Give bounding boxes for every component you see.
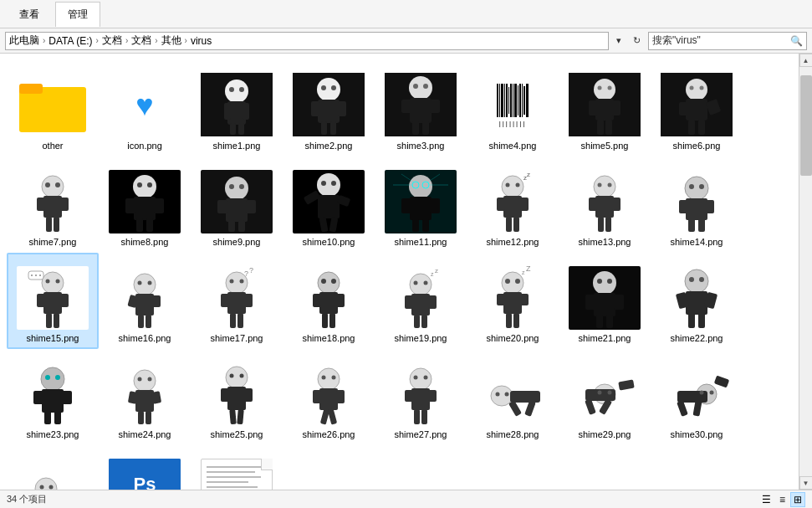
file-item-shime21[interactable]: shime21.png bbox=[559, 253, 651, 349]
file-item-virus-psd[interactable]: Ps PSD virus.psd bbox=[99, 445, 191, 490]
file-item-shime26[interactable]: shime26.png bbox=[283, 349, 375, 445]
svg-point-32 bbox=[598, 85, 602, 90]
file-item-shime18[interactable]: shime18.png bbox=[283, 253, 375, 349]
large-icon-view-btn[interactable]: ⊞ bbox=[790, 492, 805, 507]
svg-rect-223 bbox=[421, 409, 427, 424]
breadcrumb-sep-5: › bbox=[185, 36, 187, 45]
file-item-shime24[interactable]: shime24.png bbox=[99, 349, 191, 445]
tab-manage[interactable]: 管理 bbox=[55, 2, 100, 27]
file-thumb-shime28 bbox=[475, 361, 550, 428]
search-input[interactable] bbox=[652, 35, 790, 47]
breadcrumb-other[interactable]: 其他 bbox=[161, 33, 181, 48]
file-item-shime29[interactable]: shime29.png bbox=[559, 349, 651, 445]
svg-rect-213 bbox=[336, 390, 345, 403]
file-grid[interactable]: other ♥ icon.png bbox=[0, 54, 799, 490]
svg-rect-236 bbox=[618, 379, 634, 390]
file-item-shime16[interactable]: shime16.png bbox=[99, 253, 191, 349]
svg-rect-152 bbox=[405, 295, 413, 309]
svg-rect-75 bbox=[410, 197, 432, 220]
svg-rect-91 bbox=[513, 217, 519, 232]
breadcrumb-pc[interactable]: 此电脑 bbox=[9, 33, 39, 48]
file-item-shime28[interactable]: shime28.png bbox=[467, 349, 559, 445]
scrollbar-up-btn[interactable]: ▲ bbox=[799, 54, 813, 67]
file-item-shime27[interactable]: shime27.png bbox=[375, 349, 467, 445]
view-buttons: ☰ ≡ ⊞ bbox=[758, 492, 805, 507]
file-name-shime7: shime7.png bbox=[29, 237, 77, 248]
file-item-shime22[interactable]: shime22.png bbox=[651, 253, 743, 349]
breadcrumb-doc1[interactable]: 文档 bbox=[102, 33, 122, 48]
file-item-shime12[interactable]: z z shime12.png bbox=[467, 157, 559, 253]
breadcrumb-doc2[interactable]: 文档 bbox=[131, 33, 151, 48]
svg-rect-4 bbox=[224, 103, 231, 120]
svg-point-40 bbox=[690, 85, 694, 90]
file-item-shime8[interactable]: shime8.png bbox=[99, 157, 191, 253]
svg-point-208 bbox=[230, 373, 234, 377]
item-count: 34 个项目 bbox=[7, 493, 47, 505]
file-item-shime30[interactable]: shime30.png bbox=[651, 349, 743, 445]
svg-rect-128 bbox=[138, 315, 144, 328]
file-item-shime23[interactable]: shime23.png bbox=[7, 349, 99, 445]
svg-rect-207 bbox=[237, 409, 244, 425]
file-item-shime6[interactable]: shime6.png bbox=[651, 60, 743, 157]
scrollbar-down-btn[interactable]: ▼ bbox=[799, 476, 813, 490]
svg-rect-36 bbox=[706, 99, 722, 115]
svg-rect-45 bbox=[60, 198, 69, 211]
svg-rect-215 bbox=[328, 408, 337, 424]
search-box[interactable]: 🔍 bbox=[648, 32, 807, 50]
file-item-shime13[interactable]: shime13.png bbox=[559, 157, 651, 253]
file-item-shime3[interactable]: shime3.png bbox=[375, 60, 467, 157]
file-item-other[interactable]: other bbox=[7, 60, 99, 157]
file-item-shime11[interactable]: shime11.png bbox=[375, 157, 467, 253]
svg-rect-27 bbox=[595, 99, 614, 121]
svg-point-253 bbox=[49, 485, 54, 489]
file-item-shime10[interactable]: shime10.png bbox=[283, 157, 375, 253]
svg-rect-174 bbox=[596, 315, 603, 328]
breadcrumb-drive[interactable]: DATA (E:) bbox=[49, 35, 92, 47]
file-item-virus-txt[interactable]: virus.txt bbox=[191, 445, 283, 490]
file-item-shime14[interactable]: shime14.png bbox=[651, 157, 743, 253]
file-item-shime1[interactable]: shime1.png bbox=[191, 60, 283, 157]
svg-point-167 bbox=[515, 279, 520, 284]
breadcrumb-dropdown-btn[interactable]: ▾ bbox=[612, 33, 626, 49]
scrollbar-thumb[interactable] bbox=[800, 75, 812, 176]
svg-point-73 bbox=[331, 181, 336, 186]
file-thumb-shime13 bbox=[567, 168, 642, 235]
svg-rect-90 bbox=[506, 217, 512, 232]
scrollbar[interactable]: ▲ ▼ bbox=[799, 54, 812, 490]
refresh-btn[interactable]: ↻ bbox=[629, 33, 645, 49]
detail-view-btn[interactable]: ≡ bbox=[776, 492, 789, 507]
svg-point-156 bbox=[414, 280, 418, 285]
file-name-shime2: shime2.png bbox=[305, 141, 353, 151]
svg-point-56 bbox=[137, 182, 142, 187]
svg-point-9 bbox=[239, 87, 244, 92]
file-item-shime7[interactable]: shime7.png bbox=[7, 157, 99, 253]
svg-rect-30 bbox=[597, 120, 604, 135]
file-item-shime31[interactable]: shime31.png bbox=[7, 445, 99, 490]
file-item-shime2[interactable]: shime2.png bbox=[283, 60, 375, 157]
search-button[interactable]: 🔍 bbox=[790, 35, 803, 47]
svg-point-119 bbox=[56, 279, 60, 283]
svg-point-225 bbox=[424, 375, 428, 379]
tab-view[interactable]: 查看 bbox=[7, 2, 52, 27]
file-item-shime19[interactable]: z z shime19.png bbox=[375, 253, 467, 349]
file-item-shime4[interactable]: |||||||| shime4.png bbox=[467, 60, 559, 157]
scrollbar-track[interactable] bbox=[799, 67, 813, 476]
file-item-shime9[interactable]: shime9.png bbox=[191, 157, 283, 253]
file-thumb-shime4: |||||||| bbox=[475, 72, 550, 139]
svg-rect-47 bbox=[54, 217, 59, 232]
svg-rect-51 bbox=[134, 197, 156, 220]
file-item-shime15[interactable]: shime15.png bbox=[7, 253, 99, 349]
file-item-shime20[interactable]: z Z shime20.png bbox=[467, 253, 559, 349]
file-item-icon[interactable]: ♥ icon.png bbox=[99, 60, 191, 157]
svg-rect-54 bbox=[136, 218, 143, 232]
svg-rect-173 bbox=[614, 295, 624, 310]
breadcrumb-current: virus bbox=[191, 35, 212, 47]
file-item-shime5[interactable]: shime5.png bbox=[559, 60, 651, 157]
file-item-shime25[interactable]: shime25.png bbox=[191, 349, 283, 445]
file-name-shime4: shime4.png bbox=[489, 141, 537, 151]
breadcrumb-sep-4: › bbox=[155, 36, 157, 45]
breadcrumb[interactable]: 此电脑 › DATA (E:) › 文档 › 文档 › 其他 › virus bbox=[5, 32, 609, 50]
file-item-shime17[interactable]: ? ? shime17.png bbox=[191, 253, 283, 349]
list-view-btn[interactable]: ☰ bbox=[758, 492, 774, 507]
file-name-shime15: shime15.png bbox=[27, 333, 79, 344]
